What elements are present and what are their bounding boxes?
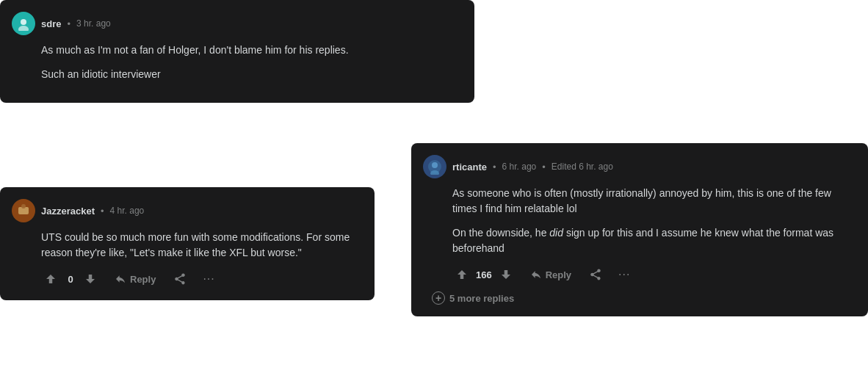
timestamp-jazzeracket: 4 hr. ago (110, 206, 145, 216)
reply-label-rticante: Reply (546, 269, 571, 280)
share-button-rticante[interactable] (586, 265, 605, 284)
comment-jazzeracket: Jazzeracket • 4 hr. ago UTS could be so … (0, 187, 375, 300)
username-jazzeracket[interactable]: Jazzeracket (41, 206, 95, 217)
svg-point-0 (21, 19, 26, 25)
comment-header-sdre: sdre • 3 hr. ago (12, 12, 463, 35)
comment-body-line1-rticante: As someone who is often (mostly irration… (452, 186, 856, 217)
svg-point-3 (21, 204, 26, 208)
svg-point-5 (432, 162, 438, 168)
more-replies-icon: + (432, 291, 445, 305)
comment-body-line2-rticante: On the downside, he did sign up for this… (452, 225, 856, 256)
downvote-button-rticante[interactable] (496, 266, 516, 283)
vote-controls-jazzeracket: 0 (41, 271, 100, 287)
edited-label-rticante: Edited 6 hr. ago (551, 161, 613, 172)
comment-header-jazzeracket: Jazzeracket • 4 hr. ago (12, 199, 363, 222)
more-replies-label: 5 more replies (449, 293, 514, 304)
comment-body-sdre: As much as I'm not a fan of Holger, I do… (12, 43, 463, 82)
avatar-jazzeracket (12, 199, 35, 222)
downvote-button-jazzeracket[interactable] (81, 271, 100, 287)
username-sdre[interactable]: sdre (41, 18, 61, 29)
comment-header-rticante: rticante • 6 hr. ago • Edited 6 hr. ago (423, 155, 856, 178)
vote-count-jazzeracket: 0 (65, 274, 76, 285)
reply-label-jazzeracket: Reply (130, 274, 156, 285)
avatar-rticante (423, 155, 446, 178)
avatar-sdre (12, 12, 35, 35)
comment-body-rticante: As someone who is often (mostly irration… (423, 186, 856, 256)
reply-button-rticante[interactable]: Reply (524, 266, 577, 283)
vote-count-rticante: 166 (476, 269, 492, 280)
vote-controls-rticante: 166 (452, 266, 516, 283)
svg-point-1 (18, 26, 29, 31)
comment-body-jazzeracket: UTS could be so much more fun with some … (12, 230, 363, 261)
upvote-button-rticante[interactable] (452, 266, 471, 283)
upvote-button-jazzeracket[interactable] (41, 271, 60, 287)
timestamp-sdre: 3 hr. ago (76, 18, 111, 29)
comment-rticante: rticante • 6 hr. ago • Edited 6 hr. ago … (411, 143, 868, 316)
timestamp-rticante: 6 hr. ago (502, 161, 537, 172)
username-rticante[interactable]: rticante (452, 161, 487, 173)
comment-actions-rticante: 166 Reply ··· (423, 265, 856, 284)
more-options-button-jazzeracket[interactable]: ··· (198, 269, 219, 288)
comment-sdre: sdre • 3 hr. ago As much as I'm not a fa… (0, 0, 474, 103)
comment-actions-jazzeracket: 0 Reply ··· (12, 269, 363, 288)
more-options-button-rticante[interactable]: ··· (614, 265, 634, 284)
share-button-jazzeracket[interactable] (170, 269, 189, 288)
reply-button-jazzeracket[interactable]: Reply (109, 270, 162, 288)
more-replies-rticante[interactable]: + 5 more replies (423, 291, 856, 305)
